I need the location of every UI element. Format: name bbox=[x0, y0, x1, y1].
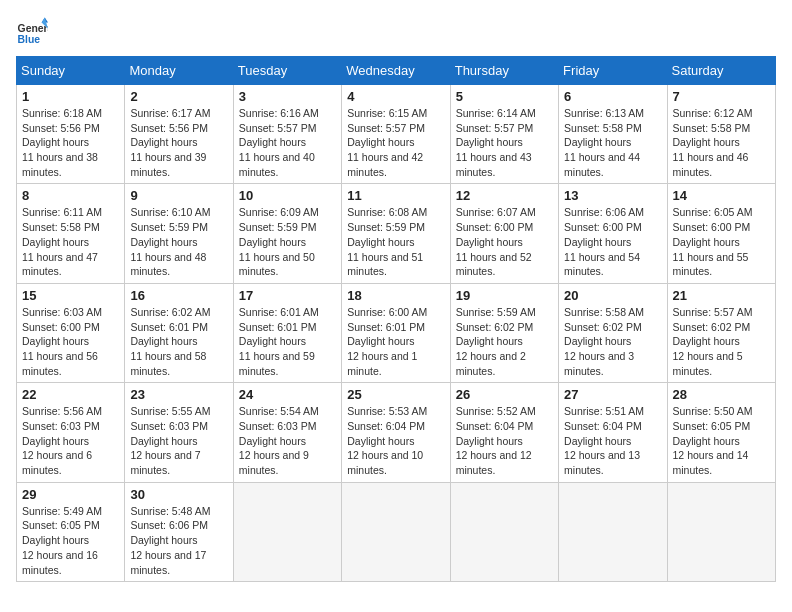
day-cell-23: 23Sunrise: 5:55 AMSunset: 6:03 PMDayligh… bbox=[125, 383, 233, 482]
day-info: Sunrise: 6:01 AMSunset: 6:01 PMDaylight … bbox=[239, 305, 336, 378]
day-info: Sunrise: 5:59 AMSunset: 6:02 PMDaylight … bbox=[456, 305, 553, 378]
day-cell-11: 11Sunrise: 6:08 AMSunset: 5:59 PMDayligh… bbox=[342, 184, 450, 283]
day-number: 9 bbox=[130, 188, 227, 203]
calendar-table: SundayMondayTuesdayWednesdayThursdayFrid… bbox=[16, 56, 776, 582]
day-info: Sunrise: 6:18 AMSunset: 5:56 PMDaylight … bbox=[22, 106, 119, 179]
day-info: Sunrise: 5:58 AMSunset: 6:02 PMDaylight … bbox=[564, 305, 661, 378]
day-header-thursday: Thursday bbox=[450, 57, 558, 85]
day-info: Sunrise: 5:51 AMSunset: 6:04 PMDaylight … bbox=[564, 404, 661, 477]
day-cell-24: 24Sunrise: 5:54 AMSunset: 6:03 PMDayligh… bbox=[233, 383, 341, 482]
day-cell-13: 13Sunrise: 6:06 AMSunset: 6:00 PMDayligh… bbox=[559, 184, 667, 283]
calendar-header-row: SundayMondayTuesdayWednesdayThursdayFrid… bbox=[17, 57, 776, 85]
day-number: 14 bbox=[673, 188, 770, 203]
day-header-wednesday: Wednesday bbox=[342, 57, 450, 85]
day-number: 17 bbox=[239, 288, 336, 303]
day-info: Sunrise: 5:49 AMSunset: 6:05 PMDaylight … bbox=[22, 504, 119, 577]
day-number: 29 bbox=[22, 487, 119, 502]
day-info: Sunrise: 6:15 AMSunset: 5:57 PMDaylight … bbox=[347, 106, 444, 179]
day-number: 2 bbox=[130, 89, 227, 104]
day-cell-25: 25Sunrise: 5:53 AMSunset: 6:04 PMDayligh… bbox=[342, 383, 450, 482]
day-info: Sunrise: 5:48 AMSunset: 6:06 PMDaylight … bbox=[130, 504, 227, 577]
day-info: Sunrise: 5:54 AMSunset: 6:03 PMDaylight … bbox=[239, 404, 336, 477]
day-cell-2: 2Sunrise: 6:17 AMSunset: 5:56 PMDaylight… bbox=[125, 85, 233, 184]
svg-text:Blue: Blue bbox=[18, 34, 41, 45]
day-cell-27: 27Sunrise: 5:51 AMSunset: 6:04 PMDayligh… bbox=[559, 383, 667, 482]
empty-cell bbox=[342, 482, 450, 581]
day-info: Sunrise: 6:10 AMSunset: 5:59 PMDaylight … bbox=[130, 205, 227, 278]
day-number: 20 bbox=[564, 288, 661, 303]
day-cell-21: 21Sunrise: 5:57 AMSunset: 6:02 PMDayligh… bbox=[667, 283, 775, 382]
day-info: Sunrise: 5:53 AMSunset: 6:04 PMDaylight … bbox=[347, 404, 444, 477]
day-cell-15: 15Sunrise: 6:03 AMSunset: 6:00 PMDayligh… bbox=[17, 283, 125, 382]
day-cell-19: 19Sunrise: 5:59 AMSunset: 6:02 PMDayligh… bbox=[450, 283, 558, 382]
day-number: 6 bbox=[564, 89, 661, 104]
week-row-3: 15Sunrise: 6:03 AMSunset: 6:00 PMDayligh… bbox=[17, 283, 776, 382]
day-info: Sunrise: 6:14 AMSunset: 5:57 PMDaylight … bbox=[456, 106, 553, 179]
day-number: 26 bbox=[456, 387, 553, 402]
day-number: 4 bbox=[347, 89, 444, 104]
day-number: 8 bbox=[22, 188, 119, 203]
day-number: 19 bbox=[456, 288, 553, 303]
week-row-1: 1Sunrise: 6:18 AMSunset: 5:56 PMDaylight… bbox=[17, 85, 776, 184]
day-info: Sunrise: 6:00 AMSunset: 6:01 PMDaylight … bbox=[347, 305, 444, 378]
day-info: Sunrise: 6:17 AMSunset: 5:56 PMDaylight … bbox=[130, 106, 227, 179]
day-number: 28 bbox=[673, 387, 770, 402]
day-info: Sunrise: 5:57 AMSunset: 6:02 PMDaylight … bbox=[673, 305, 770, 378]
day-info: Sunrise: 6:07 AMSunset: 6:00 PMDaylight … bbox=[456, 205, 553, 278]
day-number: 10 bbox=[239, 188, 336, 203]
day-cell-29: 29Sunrise: 5:49 AMSunset: 6:05 PMDayligh… bbox=[17, 482, 125, 581]
day-info: Sunrise: 5:56 AMSunset: 6:03 PMDaylight … bbox=[22, 404, 119, 477]
empty-cell bbox=[233, 482, 341, 581]
page-header: General Blue bbox=[16, 16, 776, 48]
day-info: Sunrise: 6:03 AMSunset: 6:00 PMDaylight … bbox=[22, 305, 119, 378]
day-info: Sunrise: 5:50 AMSunset: 6:05 PMDaylight … bbox=[673, 404, 770, 477]
day-header-tuesday: Tuesday bbox=[233, 57, 341, 85]
day-cell-1: 1Sunrise: 6:18 AMSunset: 5:56 PMDaylight… bbox=[17, 85, 125, 184]
day-info: Sunrise: 6:11 AMSunset: 5:58 PMDaylight … bbox=[22, 205, 119, 278]
day-cell-7: 7Sunrise: 6:12 AMSunset: 5:58 PMDaylight… bbox=[667, 85, 775, 184]
day-cell-12: 12Sunrise: 6:07 AMSunset: 6:00 PMDayligh… bbox=[450, 184, 558, 283]
day-cell-6: 6Sunrise: 6:13 AMSunset: 5:58 PMDaylight… bbox=[559, 85, 667, 184]
day-info: Sunrise: 5:55 AMSunset: 6:03 PMDaylight … bbox=[130, 404, 227, 477]
day-cell-16: 16Sunrise: 6:02 AMSunset: 6:01 PMDayligh… bbox=[125, 283, 233, 382]
day-number: 5 bbox=[456, 89, 553, 104]
day-number: 30 bbox=[130, 487, 227, 502]
day-info: Sunrise: 6:09 AMSunset: 5:59 PMDaylight … bbox=[239, 205, 336, 278]
day-cell-18: 18Sunrise: 6:00 AMSunset: 6:01 PMDayligh… bbox=[342, 283, 450, 382]
logo: General Blue bbox=[16, 16, 48, 48]
svg-text:General: General bbox=[18, 23, 48, 34]
day-header-saturday: Saturday bbox=[667, 57, 775, 85]
day-cell-8: 8Sunrise: 6:11 AMSunset: 5:58 PMDaylight… bbox=[17, 184, 125, 283]
day-number: 16 bbox=[130, 288, 227, 303]
week-row-5: 29Sunrise: 5:49 AMSunset: 6:05 PMDayligh… bbox=[17, 482, 776, 581]
day-info: Sunrise: 6:02 AMSunset: 6:01 PMDaylight … bbox=[130, 305, 227, 378]
day-number: 27 bbox=[564, 387, 661, 402]
day-number: 25 bbox=[347, 387, 444, 402]
day-cell-10: 10Sunrise: 6:09 AMSunset: 5:59 PMDayligh… bbox=[233, 184, 341, 283]
day-number: 23 bbox=[130, 387, 227, 402]
day-info: Sunrise: 6:05 AMSunset: 6:00 PMDaylight … bbox=[673, 205, 770, 278]
day-number: 1 bbox=[22, 89, 119, 104]
day-cell-3: 3Sunrise: 6:16 AMSunset: 5:57 PMDaylight… bbox=[233, 85, 341, 184]
day-number: 15 bbox=[22, 288, 119, 303]
logo-icon: General Blue bbox=[16, 16, 48, 48]
day-cell-9: 9Sunrise: 6:10 AMSunset: 5:59 PMDaylight… bbox=[125, 184, 233, 283]
week-row-2: 8Sunrise: 6:11 AMSunset: 5:58 PMDaylight… bbox=[17, 184, 776, 283]
day-info: Sunrise: 6:08 AMSunset: 5:59 PMDaylight … bbox=[347, 205, 444, 278]
empty-cell bbox=[450, 482, 558, 581]
day-number: 21 bbox=[673, 288, 770, 303]
day-info: Sunrise: 6:06 AMSunset: 6:00 PMDaylight … bbox=[564, 205, 661, 278]
day-info: Sunrise: 6:13 AMSunset: 5:58 PMDaylight … bbox=[564, 106, 661, 179]
day-cell-28: 28Sunrise: 5:50 AMSunset: 6:05 PMDayligh… bbox=[667, 383, 775, 482]
day-cell-4: 4Sunrise: 6:15 AMSunset: 5:57 PMDaylight… bbox=[342, 85, 450, 184]
week-row-4: 22Sunrise: 5:56 AMSunset: 6:03 PMDayligh… bbox=[17, 383, 776, 482]
day-number: 22 bbox=[22, 387, 119, 402]
empty-cell bbox=[667, 482, 775, 581]
empty-cell bbox=[559, 482, 667, 581]
day-cell-5: 5Sunrise: 6:14 AMSunset: 5:57 PMDaylight… bbox=[450, 85, 558, 184]
day-cell-26: 26Sunrise: 5:52 AMSunset: 6:04 PMDayligh… bbox=[450, 383, 558, 482]
day-number: 11 bbox=[347, 188, 444, 203]
day-cell-20: 20Sunrise: 5:58 AMSunset: 6:02 PMDayligh… bbox=[559, 283, 667, 382]
day-number: 18 bbox=[347, 288, 444, 303]
day-header-friday: Friday bbox=[559, 57, 667, 85]
